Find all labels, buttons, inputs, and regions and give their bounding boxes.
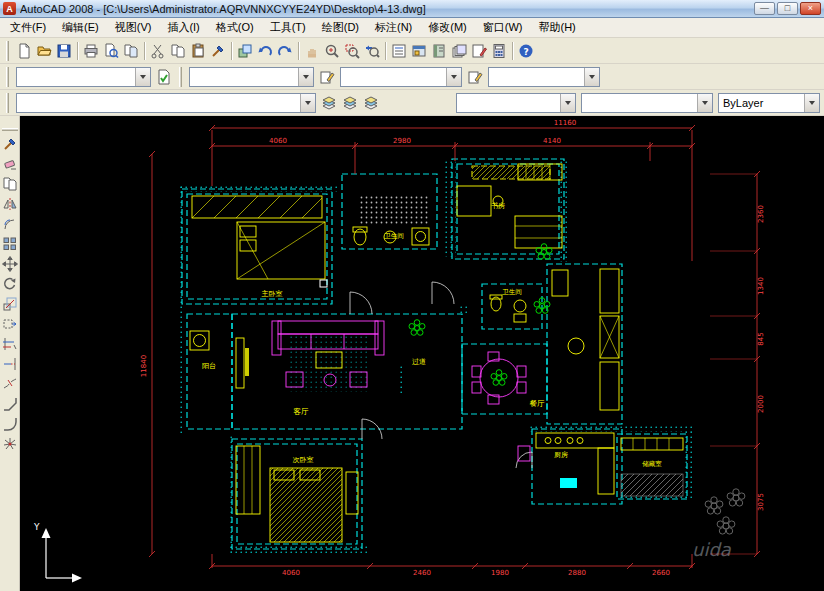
array-button[interactable] (1, 235, 19, 253)
zoom-window-button[interactable] (342, 41, 362, 61)
explode-button[interactable] (1, 435, 19, 453)
open-button[interactable] (34, 41, 54, 61)
toolbar-grip[interactable] (2, 128, 18, 131)
watermark-text: uida (692, 539, 732, 560)
toolbar-separator (231, 42, 232, 60)
pan-button[interactable] (302, 41, 322, 61)
undo-button[interactable] (255, 41, 275, 61)
dim-style-combo[interactable] (340, 67, 462, 87)
sheetset-button[interactable] (449, 41, 469, 61)
close-button[interactable]: × (800, 2, 821, 15)
layer-states-button[interactable] (340, 93, 360, 113)
menu-view[interactable]: 视图(V) (107, 18, 160, 37)
svg-text:?: ? (523, 46, 528, 56)
menu-help[interactable]: 帮助(H) (531, 18, 584, 37)
redo-icon (277, 43, 293, 59)
dropdown-arrow-icon[interactable] (584, 68, 599, 86)
layer-properties-button[interactable] (319, 93, 339, 113)
color-combo[interactable] (456, 93, 576, 113)
paste-button[interactable] (188, 41, 208, 61)
make-layer-current-button[interactable] (361, 93, 381, 113)
menu-format[interactable]: 格式(O) (208, 18, 262, 37)
dim-style-manager-button[interactable] (465, 67, 485, 87)
text-style-manager-button[interactable] (317, 67, 337, 87)
tool-palettes-button[interactable] (429, 41, 449, 61)
plot-button[interactable] (81, 41, 101, 61)
plot-preview-button[interactable] (101, 41, 121, 61)
toolbar-grip[interactable] (6, 67, 9, 87)
toolbar-grip[interactable] (179, 67, 182, 87)
copy-button[interactable] (168, 41, 188, 61)
stretch-button[interactable] (1, 315, 19, 333)
dropdown-arrow-icon[interactable] (300, 94, 315, 112)
text-style-combo[interactable] (189, 67, 314, 87)
scale-button[interactable] (1, 295, 19, 313)
save-button[interactable] (54, 41, 74, 61)
menu-modify[interactable]: 修改(M) (420, 18, 475, 37)
room-label-storage: 储藏室 (642, 460, 662, 468)
break-icon (2, 376, 18, 392)
toolbar-separator (385, 42, 386, 60)
offset-button[interactable] (1, 215, 19, 233)
toolbar-separator (298, 42, 299, 60)
publish-icon (123, 43, 139, 59)
block-editor-button[interactable] (235, 41, 255, 61)
new-button[interactable] (14, 41, 34, 61)
match-properties-button[interactable] (208, 41, 228, 61)
menu-dimension[interactable]: 标注(N) (367, 18, 420, 37)
lineweight-combo[interactable]: ByLayer (718, 93, 820, 113)
dropdown-arrow-icon[interactable] (446, 68, 461, 86)
sheetset-icon (451, 43, 467, 59)
move-button[interactable] (1, 255, 19, 273)
break-button[interactable] (1, 375, 19, 393)
linetype-combo[interactable] (581, 93, 713, 113)
array-icon (2, 236, 18, 252)
zoom-previous-button[interactable] (362, 41, 382, 61)
standard-toolbar: ? (0, 38, 824, 64)
quickcalc-button[interactable] (489, 41, 509, 61)
drawing-canvas[interactable]: 主卧室 卫生间 书房 卫生间 阳台 客厅 过道 餐厅 次卧室 厨房 储藏室 (20, 116, 824, 591)
title-bar[interactable]: A AutoCAD 2008 - [C:\Users\Administrator… (0, 0, 824, 18)
mirror-button[interactable] (1, 195, 19, 213)
maximize-button[interactable]: □ (777, 2, 798, 15)
dropdown-arrow-icon[interactable] (804, 94, 819, 112)
table-style-combo[interactable] (488, 67, 600, 87)
cut-button[interactable] (148, 41, 168, 61)
properties-button[interactable] (389, 41, 409, 61)
zoom-realtime-button[interactable] (322, 41, 342, 61)
toolbar-grip[interactable] (6, 41, 9, 61)
standards-button[interactable] (154, 67, 174, 87)
menu-tools[interactable]: 工具(T) (262, 18, 314, 37)
help-button[interactable]: ? (516, 41, 536, 61)
autocad-app-icon: A (3, 2, 16, 15)
window-buttons: — □ × (754, 2, 821, 15)
designcenter-button[interactable] (409, 41, 429, 61)
layer-combo[interactable] (16, 93, 316, 113)
publish-button[interactable] (121, 41, 141, 61)
workspace-combo[interactable] (16, 67, 151, 87)
redo-button[interactable] (275, 41, 295, 61)
match-properties-button[interactable] (1, 135, 19, 153)
chamfer-button[interactable] (1, 395, 19, 413)
rotate-button[interactable] (1, 275, 19, 293)
extend-button[interactable] (1, 355, 19, 373)
menu-window[interactable]: 窗口(W) (475, 18, 531, 37)
menu-draw[interactable]: 绘图(D) (314, 18, 367, 37)
dropdown-arrow-icon[interactable] (135, 68, 150, 86)
room-label-living: 客厅 (294, 407, 310, 416)
erase-button[interactable] (1, 155, 19, 173)
room-label-bedroom2: 次卧室 (293, 456, 314, 464)
menu-insert[interactable]: 插入(I) (159, 18, 207, 37)
dropdown-arrow-icon[interactable] (298, 68, 313, 86)
markup-button[interactable] (469, 41, 489, 61)
menu-file[interactable]: 文件(F) (2, 18, 54, 37)
dropdown-arrow-icon[interactable] (560, 94, 575, 112)
chamfer-icon (2, 396, 18, 412)
trim-button[interactable] (1, 335, 19, 353)
copy-button[interactable] (1, 175, 19, 193)
fillet-button[interactable] (1, 415, 19, 433)
dropdown-arrow-icon[interactable] (697, 94, 712, 112)
minimize-button[interactable]: — (754, 2, 775, 15)
menu-edit[interactable]: 编辑(E) (54, 18, 107, 37)
toolbar-grip[interactable] (6, 93, 9, 113)
